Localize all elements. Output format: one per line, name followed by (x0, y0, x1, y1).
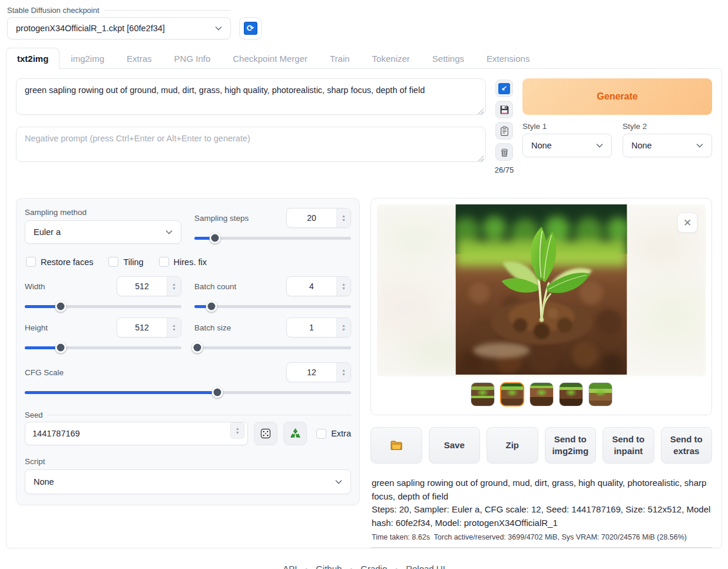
send-to-inpaint-button[interactable]: Send to inpaint (603, 427, 654, 464)
footer-link-reload-ui[interactable]: Reload UI (406, 564, 445, 569)
cfg-scale-input[interactable]: 12 ▲▼ (286, 362, 351, 382)
checkpoint-dropdown[interactable]: protogenX34OfficialR_1.ckpt [60fe2f34] (7, 17, 231, 39)
recycle-icon (289, 428, 302, 440)
cfg-scale-label: CFG Scale (25, 368, 64, 377)
trash-icon (499, 147, 509, 157)
style1-dropdown[interactable]: None (522, 134, 612, 157)
thumbnail-1[interactable] (471, 382, 495, 406)
script-label: Script (25, 457, 351, 466)
height-value: 512 (117, 323, 167, 332)
info-time-text: Time taken: 8.62s Torch active/reserved:… (372, 533, 711, 541)
spinner-buttons[interactable]: ▲▼ (167, 277, 181, 296)
send-to-extras-button[interactable]: Send to extras (661, 427, 713, 464)
batch-size-value: 1 (287, 323, 336, 332)
chevron-down-icon (596, 143, 603, 148)
script-dropdown[interactable]: None (25, 469, 351, 494)
random-seed-button[interactable] (254, 422, 277, 445)
generate-button[interactable]: Generate (522, 78, 712, 115)
thumbnail-strip (377, 376, 706, 409)
batch-size-slider[interactable] (194, 342, 351, 353)
spinner-buttons[interactable]: ▲▼ (336, 209, 350, 227)
thumbnail-2-selected[interactable] (500, 382, 524, 406)
spinner-buttons[interactable]: ▲▼ (336, 318, 350, 337)
floppy-disk-icon (499, 105, 509, 115)
sampling-steps-input[interactable]: 20 ▲▼ (286, 208, 351, 228)
style2-value: None (631, 141, 652, 150)
clear-prompt-button[interactable] (495, 143, 513, 161)
sampling-steps-slider[interactable] (194, 233, 351, 243)
batch-count-value: 4 (287, 282, 336, 291)
seed-input[interactable]: 1441787169 ▲▼ (25, 422, 248, 445)
style1-value: None (531, 141, 552, 150)
batch-count-slider[interactable] (194, 301, 351, 312)
footer-link-api[interactable]: API (283, 564, 297, 569)
spinner-buttons[interactable]: ▲▼ (336, 363, 350, 382)
output-column: ✕ Save Zip (370, 198, 712, 548)
batch-count-input[interactable]: 4 ▲▼ (286, 276, 351, 296)
token-counter: 26/75 (495, 166, 514, 174)
gallery-panel: ✕ (370, 198, 712, 415)
cfg-scale-value: 12 (287, 368, 336, 377)
spinner-buttons[interactable]: ▲▼ (336, 277, 350, 296)
tab-tokenizer[interactable]: Tokenizer (361, 48, 421, 68)
tab-train[interactable]: Train (319, 48, 361, 68)
restore-faces-checkbox[interactable]: Restore faces (26, 257, 93, 267)
checkpoint-value: protogenX34OfficialR_1.ckpt [60fe2f34] (16, 24, 165, 33)
generation-params-panel: Sampling method Euler a Sampling steps 2… (16, 198, 360, 505)
prompt-tools-column: ↙ (494, 78, 514, 174)
footer-link-gradio[interactable]: Gradio (360, 564, 387, 569)
chevron-down-icon (696, 143, 703, 148)
sampling-method-value: Euler a (34, 227, 61, 237)
extra-seed-checkbox[interactable]: Extra (316, 429, 351, 439)
width-input[interactable]: 512 ▲▼ (117, 276, 181, 296)
negative-prompt-input[interactable] (16, 127, 486, 162)
width-slider[interactable] (25, 301, 181, 312)
save-button[interactable]: Save (429, 427, 481, 464)
tiling-checkbox[interactable]: Tiling (108, 257, 143, 267)
batch-size-input[interactable]: 1 ▲▼ (286, 317, 351, 338)
dice-icon (260, 428, 272, 439)
footer-link-github[interactable]: Github (316, 564, 342, 569)
generated-image-sapling[interactable] (456, 204, 627, 375)
tab-extras[interactable]: Extras (115, 48, 163, 68)
sampling-method-dropdown[interactable]: Euler a (25, 220, 181, 244)
paste-params-button[interactable]: ↙ (495, 80, 513, 97)
thumbnail-4[interactable] (559, 382, 583, 406)
main-tab-bar: txt2img img2img Extras PNG Info Checkpoi… (6, 48, 722, 68)
hires-fix-checkbox[interactable]: Hires. fix (159, 257, 207, 267)
tab-extensions[interactable]: Extensions (475, 48, 541, 68)
thumbnail-5[interactable] (588, 382, 613, 406)
generation-info: green sapling rowing out of ground, mud,… (370, 475, 712, 548)
open-folder-button[interactable] (370, 427, 422, 464)
save-style-button[interactable] (495, 101, 513, 118)
send-to-img2img-button[interactable]: Send to img2img (545, 427, 597, 464)
height-slider[interactable] (25, 342, 181, 353)
zip-button[interactable]: Zip (487, 427, 538, 464)
tab-checkpoint-merger[interactable]: Checkpoint Merger (221, 48, 319, 68)
spinner-buttons[interactable]: ▲▼ (167, 318, 181, 337)
footer: API• Github• Gradio• Reload UI python: 3… (6, 548, 722, 569)
cfg-scale-slider[interactable] (25, 387, 351, 398)
apply-style-button[interactable] (495, 122, 513, 140)
batch-count-label: Batch count (194, 282, 236, 291)
chevron-down-icon (335, 479, 342, 484)
style2-dropdown[interactable]: None (623, 134, 712, 157)
thumbnail-3[interactable] (530, 382, 554, 406)
checkbox-icon (316, 429, 326, 439)
height-input[interactable]: 512 ▲▼ (117, 317, 181, 338)
chevron-down-icon (166, 230, 173, 234)
tab-png-info[interactable]: PNG Info (163, 48, 222, 68)
clipboard-icon (499, 126, 509, 136)
info-prompt-text: green sapling rowing out of ground, mud,… (372, 477, 711, 503)
tab-settings[interactable]: Settings (421, 48, 475, 68)
width-value: 512 (117, 282, 167, 291)
refresh-checkpoints-button[interactable]: ⟳ (239, 17, 262, 39)
prompt-input[interactable]: green sapling rowing out of ground, mud,… (16, 78, 486, 115)
tab-img2img[interactable]: img2img (59, 48, 115, 68)
refresh-icon: ⟳ (244, 22, 257, 35)
tab-txt2img[interactable]: txt2img (6, 48, 59, 69)
close-gallery-button[interactable]: ✕ (677, 213, 697, 233)
hires-fix-label: Hires. fix (174, 257, 207, 267)
spinner-buttons[interactable]: ▲▼ (230, 422, 244, 439)
reuse-seed-button[interactable] (283, 422, 307, 445)
